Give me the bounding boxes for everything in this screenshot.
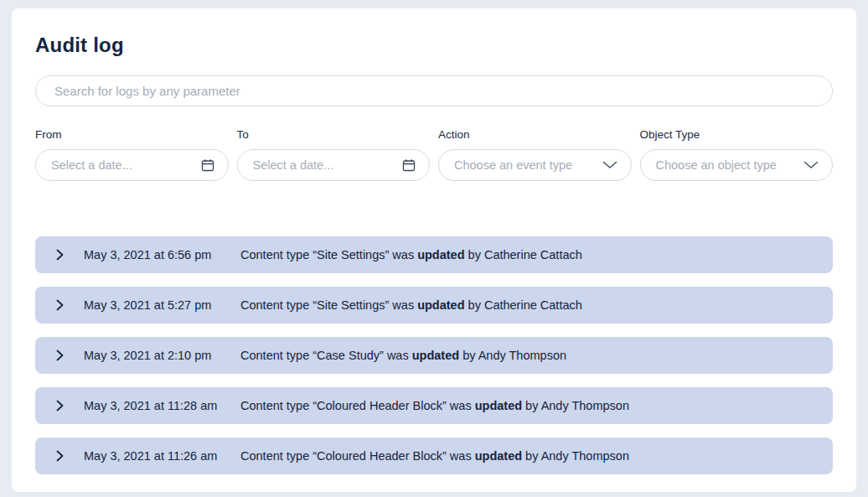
filter-object-type-label: Object Type xyxy=(640,128,834,141)
log-row[interactable]: May 3, 2021 at 11:26 am Content type “Co… xyxy=(35,437,833,474)
filter-from-label: From xyxy=(35,128,229,141)
log-timestamp: May 3, 2021 at 6:56 pm xyxy=(84,248,240,261)
chevron-down-icon xyxy=(803,161,819,169)
page-title: Audit log xyxy=(35,34,833,57)
filter-to: To xyxy=(237,128,431,181)
chevron-right-icon[interactable] xyxy=(53,248,66,261)
log-row[interactable]: May 3, 2021 at 6:56 pm Content type “Sit… xyxy=(35,236,833,273)
from-date-input[interactable] xyxy=(51,158,193,172)
audit-log-panel: Audit log From To xyxy=(12,8,856,492)
chevron-down-icon xyxy=(602,161,617,169)
log-action: updated xyxy=(417,248,464,261)
filters-row: From To xyxy=(35,128,833,181)
log-action: updated xyxy=(475,399,522,412)
log-row[interactable]: May 3, 2021 at 2:10 pm Content type “Cas… xyxy=(35,337,833,374)
filter-action-label: Action xyxy=(438,128,632,141)
filter-object-type: Object Type Choose an object type xyxy=(640,128,834,181)
calendar-icon[interactable] xyxy=(201,158,214,172)
chevron-right-icon[interactable] xyxy=(53,298,66,312)
log-message: Content type “Site Settings” was updated… xyxy=(240,248,582,261)
log-action: updated xyxy=(417,298,464,312)
to-date-input[interactable] xyxy=(253,158,395,172)
action-select-value: Choose an event type xyxy=(454,158,572,172)
log-timestamp: May 3, 2021 at 2:10 pm xyxy=(84,349,240,362)
action-select[interactable]: Choose an event type xyxy=(438,149,632,181)
chevron-right-icon[interactable] xyxy=(53,349,66,362)
log-timestamp: May 3, 2021 at 5:27 pm xyxy=(84,298,240,312)
log-timestamp: May 3, 2021 at 11:26 am xyxy=(84,449,240,463)
log-action: updated xyxy=(475,449,522,463)
object-type-select-value: Choose an object type xyxy=(656,158,777,172)
filter-from: From xyxy=(35,128,229,181)
log-message: Content type “Coloured Header Block” was… xyxy=(240,399,629,412)
search-input[interactable] xyxy=(35,75,833,106)
log-message: Content type “Case Study” was updated by… xyxy=(240,349,566,362)
log-row[interactable]: May 3, 2021 at 11:28 am Content type “Co… xyxy=(35,387,833,424)
filter-action: Action Choose an event type xyxy=(438,128,632,181)
chevron-right-icon[interactable] xyxy=(53,449,66,463)
to-date-field[interactable] xyxy=(237,149,431,181)
chevron-right-icon[interactable] xyxy=(53,399,66,412)
log-action: updated xyxy=(412,349,459,362)
log-message: Content type “Coloured Header Block” was… xyxy=(240,449,629,463)
filter-to-label: To xyxy=(237,128,431,141)
log-message: Content type “Site Settings” was updated… xyxy=(240,298,582,312)
object-type-select[interactable]: Choose an object type xyxy=(640,149,834,181)
log-row[interactable]: May 3, 2021 at 5:27 pm Content type “Sit… xyxy=(35,287,833,324)
audit-log-list: May 3, 2021 at 6:56 pm Content type “Sit… xyxy=(35,236,833,474)
log-timestamp: May 3, 2021 at 11:28 am xyxy=(84,399,240,412)
search-bar xyxy=(35,75,833,106)
calendar-icon[interactable] xyxy=(402,158,416,172)
from-date-field[interactable] xyxy=(35,149,229,181)
